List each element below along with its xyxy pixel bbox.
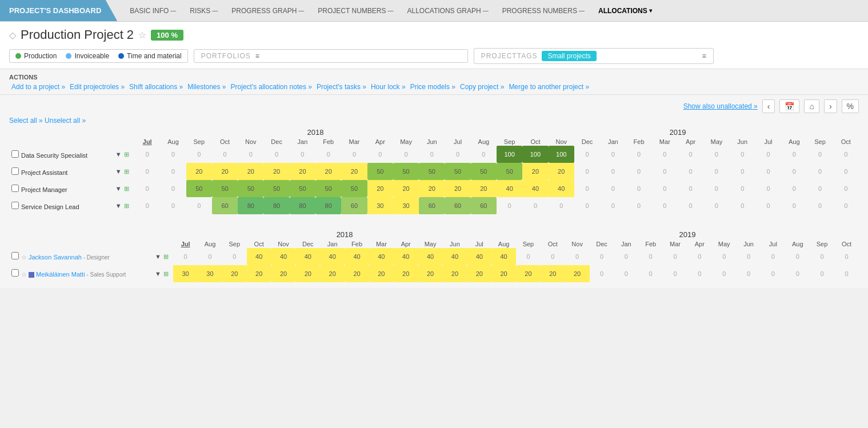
action-link-7[interactable]: Price models » [408,83,458,91]
role-checkbox-2[interactable] [11,185,19,192]
role-cell-0-17[interactable]: 0 [574,146,600,163]
role-cell-2-2[interactable]: 50 [186,180,212,197]
role-cell-2-9[interactable]: 20 [367,180,393,197]
person-dropdown-icon-0[interactable]: ▼ [155,253,161,260]
action-link-9[interactable]: Merge to another project » [506,83,591,91]
role-cell-0-5[interactable]: 0 [263,146,289,163]
role-cell-1-11[interactable]: 50 [419,163,445,180]
role-cell-2-13[interactable]: 20 [471,180,497,197]
person-cell-0-26[interactable]: 0 [810,248,834,265]
small-projects-chip[interactable]: Small projects [542,51,596,61]
grid-icon-1[interactable]: ⊞ [124,168,129,175]
person-checkbox-1[interactable] [11,269,19,277]
prev-button[interactable]: ‹ [762,99,775,113]
grid-icon-3[interactable]: ⊞ [124,202,129,209]
person-cell-0-17[interactable]: 0 [590,248,614,265]
role-cell-0-21[interactable]: 0 [678,146,703,163]
role-cell-2-4[interactable]: 50 [238,180,263,197]
person-cell-1-18[interactable]: 0 [614,265,638,282]
role-cell-3-3[interactable]: 60 [212,197,238,214]
role-cell-1-16[interactable]: 20 [549,163,574,180]
role-cell-2-5[interactable]: 50 [263,180,289,197]
nav-progress-graph[interactable]: PROGRESS GRAPH — [225,0,311,22]
role-cell-1-17[interactable]: 0 [574,163,600,180]
person-star-1[interactable]: ☆ [21,271,27,278]
person-cell-1-2[interactable]: 20 [222,265,247,282]
dropdown-icon-3[interactable]: ▼ [115,202,122,209]
action-link-3[interactable]: Milestones » [185,83,228,91]
person-cell-1-16[interactable]: 20 [565,265,590,282]
person-cell-0-21[interactable]: 0 [687,248,712,265]
person-cell-0-13[interactable]: 40 [491,248,516,265]
role-cell-2-11[interactable]: 20 [419,180,445,197]
role-cell-3-8[interactable]: 60 [341,197,367,214]
person-cell-0-10[interactable]: 40 [418,248,443,265]
person-cell-1-27[interactable]: 0 [834,265,859,282]
role-cell-0-1[interactable]: 0 [160,146,186,163]
role-checkbox-0[interactable] [11,150,19,158]
role-cell-3-11[interactable]: 60 [419,197,445,214]
person-cell-1-14[interactable]: 20 [516,265,541,282]
role-cell-3-20[interactable]: 0 [652,197,678,214]
role-cell-3-17[interactable]: 0 [574,197,600,214]
role-cell-0-8[interactable]: 0 [341,146,367,163]
dropdown-icon-2[interactable]: ▼ [115,185,122,192]
grid-icon-0[interactable]: ⊞ [124,151,129,158]
person-cell-0-6[interactable]: 40 [320,248,345,265]
role-checkbox-1[interactable] [11,167,19,175]
role-cell-2-12[interactable]: 20 [445,180,470,197]
person-cell-1-0[interactable]: 30 [173,265,198,282]
role-cell-0-7[interactable]: 0 [315,146,341,163]
role-cell-0-14[interactable]: 100 [497,146,522,163]
role-cell-1-10[interactable]: 50 [393,163,419,180]
role-checkbox-3[interactable] [11,202,19,209]
role-cell-3-10[interactable]: 30 [393,197,419,214]
projecttags-menu-icon[interactable]: ≡ [702,52,706,60]
person-cell-1-6[interactable]: 20 [320,265,345,282]
role-cell-0-26[interactable]: 0 [807,146,833,163]
role-cell-2-7[interactable]: 50 [315,180,341,197]
person-cell-0-23[interactable]: 0 [737,248,761,265]
person-cell-1-15[interactable]: 20 [541,265,565,282]
person-cell-0-1[interactable]: 0 [198,248,222,265]
person-grid-icon-0[interactable]: ⊞ [163,253,169,260]
person-cell-1-22[interactable]: 0 [712,265,737,282]
action-link-2[interactable]: Shift allocations » [127,83,185,91]
role-cell-2-10[interactable]: 20 [393,180,419,197]
person-cell-0-12[interactable]: 40 [467,248,491,265]
person-cell-0-14[interactable]: 0 [516,248,541,265]
role-cell-1-13[interactable]: 50 [471,163,497,180]
role-cell-3-18[interactable]: 0 [600,197,626,214]
role-cell-0-2[interactable]: 0 [186,146,212,163]
role-cell-2-23[interactable]: 0 [730,180,755,197]
person-cell-1-21[interactable]: 0 [687,265,712,282]
person-cell-1-9[interactable]: 20 [394,265,418,282]
role-cell-1-26[interactable]: 0 [807,163,833,180]
role-cell-1-7[interactable]: 20 [315,163,341,180]
person-cell-1-5[interactable]: 20 [295,265,320,282]
role-cell-3-27[interactable]: 0 [833,197,859,214]
role-cell-1-18[interactable]: 0 [600,163,626,180]
role-cell-2-19[interactable]: 0 [626,180,651,197]
person-dropdown-icon-1[interactable]: ▼ [155,270,161,277]
action-link-0[interactable]: Add to a project » [9,83,67,91]
person-cell-1-12[interactable]: 20 [467,265,491,282]
portfolio-menu-icon[interactable]: ≡ [255,52,259,60]
person-cell-0-22[interactable]: 0 [712,248,737,265]
person-cell-0-20[interactable]: 0 [663,248,687,265]
dropdown-icon-0[interactable]: ▼ [115,151,122,158]
person-cell-0-3[interactable]: 40 [247,248,271,265]
role-cell-3-1[interactable]: 0 [160,197,186,214]
person-cell-1-4[interactable]: 20 [271,265,296,282]
role-cell-2-0[interactable]: 0 [134,180,160,197]
role-cell-1-8[interactable]: 20 [341,163,367,180]
role-cell-2-25[interactable]: 0 [781,180,807,197]
role-cell-3-5[interactable]: 80 [263,197,289,214]
role-cell-1-27[interactable]: 0 [833,163,859,180]
role-cell-3-25[interactable]: 0 [781,197,807,214]
role-cell-1-5[interactable]: 20 [263,163,289,180]
person-cell-1-25[interactable]: 0 [785,265,810,282]
person-cell-0-16[interactable]: 0 [565,248,590,265]
home-button[interactable]: ⌂ [804,99,819,113]
role-cell-1-25[interactable]: 0 [781,163,807,180]
